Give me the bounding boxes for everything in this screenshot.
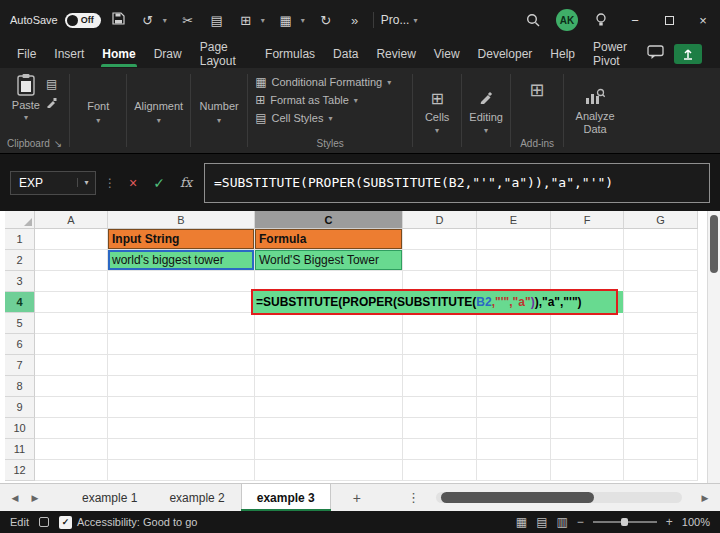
cell-E5[interactable] [477, 313, 551, 334]
paste-button[interactable]: Paste ▾ [12, 73, 40, 122]
analyze-data-button[interactable]: Analyze Data [564, 68, 626, 153]
menu-item-review[interactable]: Review [367, 41, 424, 67]
prev-sheet-icon[interactable]: ◀ [8, 493, 22, 503]
row-header-1[interactable]: 1 [5, 229, 35, 250]
menu-item-insert[interactable]: Insert [45, 41, 93, 67]
cell-F9[interactable] [551, 397, 624, 418]
cell-C9[interactable] [255, 397, 403, 418]
menu-item-power-pivot[interactable]: Power Pivot [584, 34, 647, 74]
sheet-tab-example-3[interactable]: example 3 [241, 484, 331, 511]
save-icon[interactable] [108, 12, 130, 28]
row-header-6[interactable]: 6 [5, 334, 35, 355]
cell-G9[interactable] [624, 397, 698, 418]
menu-item-formulas[interactable]: Formulas [256, 41, 324, 67]
row-header-11[interactable]: 11 [5, 439, 35, 460]
column-header-d[interactable]: D [403, 211, 477, 229]
column-header-b[interactable]: B [108, 211, 255, 229]
column-header-a[interactable]: A [35, 211, 108, 229]
cell-G3[interactable] [624, 271, 698, 292]
row-header-12[interactable]: 12 [5, 460, 35, 481]
cell-F11[interactable] [551, 439, 624, 460]
cell-B3[interactable] [108, 271, 255, 292]
menu-item-view[interactable]: View [425, 41, 469, 67]
cell-B4[interactable] [108, 292, 255, 313]
cell-A2[interactable] [35, 250, 108, 271]
menu-item-developer[interactable]: Developer [469, 41, 542, 67]
cell-F10[interactable] [551, 418, 624, 439]
font-group[interactable]: Font ▾ [70, 68, 126, 153]
cell-F7[interactable] [551, 355, 624, 376]
cut-icon[interactable]: ✂ [177, 13, 199, 28]
cell-F2[interactable] [551, 250, 624, 271]
cell-A8[interactable] [35, 376, 108, 397]
cell-F5[interactable] [551, 313, 624, 334]
cells-group[interactable]: ⊞ Cells ▾ [413, 68, 461, 153]
cell-A11[interactable] [35, 439, 108, 460]
cell-C12[interactable] [255, 460, 403, 481]
formula-bar-handle-icon[interactable]: ⋮ [104, 176, 116, 190]
cell-B6[interactable] [108, 334, 255, 355]
macro-record-icon[interactable] [39, 517, 49, 527]
cell-B5[interactable] [108, 313, 255, 334]
cell-editor[interactable]: =SUBSTITUTE(PROPER(SUBSTITUTE(B2,"'","a"… [251, 289, 618, 315]
cell-C2[interactable]: World'S Biggest Tower [255, 250, 403, 271]
cell-E8[interactable] [477, 376, 551, 397]
cell-A6[interactable] [35, 334, 108, 355]
cell-E6[interactable] [477, 334, 551, 355]
cell-E10[interactable] [477, 418, 551, 439]
cell-A7[interactable] [35, 355, 108, 376]
row-header-3[interactable]: 3 [5, 271, 35, 292]
cell-D7[interactable] [403, 355, 477, 376]
row-header-4[interactable]: 4 [5, 292, 35, 313]
workbook-title-button[interactable]: Pro... ▾ [381, 13, 418, 27]
cell-styles-button[interactable]: ▤ Cell Styles ▾ [255, 111, 405, 125]
cell-E9[interactable] [477, 397, 551, 418]
number-group[interactable]: Number ▾ [191, 68, 247, 153]
cell-F6[interactable] [551, 334, 624, 355]
cell-B9[interactable] [108, 397, 255, 418]
cell-E12[interactable] [477, 460, 551, 481]
cell-A5[interactable] [35, 313, 108, 334]
cell-A4[interactable] [35, 292, 108, 313]
cell-F1[interactable] [551, 229, 624, 250]
cell-C10[interactable] [255, 418, 403, 439]
column-header-c[interactable]: C [255, 211, 403, 229]
vertical-scrollbar-thumb[interactable] [710, 215, 718, 273]
cell-G5[interactable] [624, 313, 698, 334]
menu-item-data[interactable]: Data [324, 41, 367, 67]
tab-menu-icon[interactable]: ⋮ [407, 490, 420, 505]
cell-D12[interactable] [403, 460, 477, 481]
paste-options-icon[interactable]: ▤ [206, 13, 228, 28]
merge-cells-icon[interactable]: ▦ [275, 13, 297, 28]
cell-G1[interactable] [624, 229, 698, 250]
cell-D8[interactable] [403, 376, 477, 397]
format-as-table-button[interactable]: ⊞ Format as Table ▾ [255, 93, 405, 107]
menu-item-file[interactable]: File [8, 41, 45, 67]
alignment-group[interactable]: Alignment ▾ [127, 68, 190, 153]
normal-view-icon[interactable]: ▦ [516, 515, 527, 529]
cell-F8[interactable] [551, 376, 624, 397]
search-icon[interactable] [516, 13, 550, 27]
borders-caret-icon[interactable]: ▾ [258, 16, 268, 25]
dialog-launcher-icon[interactable]: ↘ [54, 138, 62, 149]
comments-icon[interactable] [647, 45, 664, 64]
cancel-icon[interactable]: × [124, 175, 142, 191]
vertical-scrollbar[interactable] [707, 211, 720, 483]
sheet-tab-example-1[interactable]: example 1 [66, 484, 153, 511]
cell-C1[interactable]: Formula [255, 229, 403, 250]
cell-C6[interactable] [255, 334, 403, 355]
undo-icon[interactable]: ↺ [137, 13, 159, 28]
cell-B12[interactable] [108, 460, 255, 481]
accessibility-status[interactable]: ✓ Accessibility: Good to go [59, 516, 197, 529]
page-break-view-icon[interactable]: ▥ [556, 515, 567, 529]
cell-C11[interactable] [255, 439, 403, 460]
cell-B1[interactable]: Input String [108, 229, 255, 250]
cell-D6[interactable] [403, 334, 477, 355]
enter-icon[interactable]: ✓ [150, 175, 168, 191]
close-button[interactable]: × [686, 0, 720, 40]
cell-D5[interactable] [403, 313, 477, 334]
borders-icon[interactable]: ⊞ [235, 13, 257, 28]
select-all-corner[interactable] [5, 211, 35, 229]
cell-D11[interactable] [403, 439, 477, 460]
undo-caret-icon[interactable]: ▾ [160, 16, 170, 25]
